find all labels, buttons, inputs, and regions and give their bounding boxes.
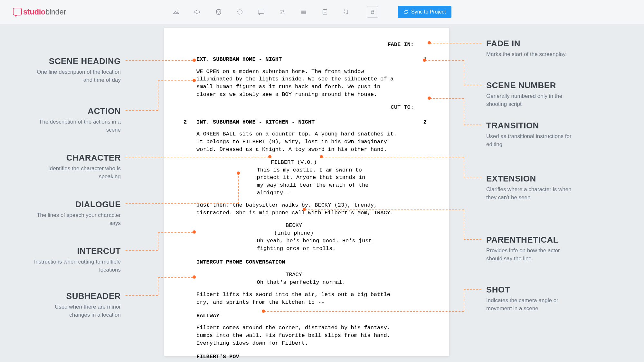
label-shot: SHOT Indicates the camera angle or movem… — [486, 285, 573, 312]
parenthetical: (into phone) — [196, 229, 430, 237]
dot — [237, 172, 240, 175]
label-parenthetical: PARENTHETICAL Provides info on how the a… — [486, 235, 573, 263]
dot — [193, 230, 196, 234]
main: FADE IN: EXT. SUBURBAN HOME - NIGHT 1 WE… — [0, 24, 644, 362]
scene-heading-1: EXT. SUBURBAN HOME - NIGHT 1 — [196, 56, 430, 63]
chat-icon[interactable] — [257, 8, 265, 16]
transition-cut-to: CUT TO: — [196, 104, 430, 111]
logo-text-2: binder — [45, 7, 66, 16]
label-scene-number: SCENE NUMBER Generally numbered only in … — [486, 80, 573, 108]
subheader-hallway: HALLWAY — [196, 312, 430, 320]
dot — [268, 155, 271, 158]
megaphone-icon[interactable] — [194, 8, 201, 16]
dialogue-2: Oh yeah, he's being good. He's just figh… — [254, 237, 373, 253]
action-5: Filbert comes around the corner, distrac… — [196, 324, 402, 347]
label-dialogue: DIALOGUE The lines of speech your charac… — [34, 200, 121, 227]
label-extension: EXTENSION Clarifies where a character is… — [486, 174, 573, 201]
label-action: ACTION The description of the actions in… — [34, 106, 121, 134]
topbar: studiobinder 12 Sync to Project — [0, 0, 644, 24]
scene-heading-2: 2 INT. SUBURBAN HOME - KITCHEN - NIGHT 2 — [196, 118, 430, 126]
action-4: Filbert lifts his sword into the air, le… — [196, 291, 402, 306]
character-tracy: TRACY — [196, 271, 430, 279]
logo[interactable]: studiobinder — [13, 7, 66, 16]
dot — [262, 310, 265, 313]
dialogue-3: Oh that's perfectly normal. — [254, 279, 373, 286]
dot — [193, 275, 196, 279]
image-icon[interactable] — [172, 8, 180, 16]
dot — [193, 59, 196, 62]
label-fade-in: FADE IN Marks the start of the screenpla… — [486, 39, 567, 59]
sort-icon[interactable]: 12 — [342, 8, 350, 16]
dot — [193, 79, 196, 82]
action-1: WE OPEN on a modern suburban home. The f… — [196, 68, 402, 98]
refresh-icon — [403, 9, 409, 14]
svg-rect-2 — [323, 10, 327, 14]
note-icon[interactable] — [321, 8, 329, 16]
dot — [428, 97, 431, 100]
label-character: CHARACTER Identifies the character who i… — [34, 153, 121, 181]
lines-icon[interactable] — [300, 8, 308, 16]
dot — [428, 41, 431, 44]
swap-icon[interactable] — [279, 8, 286, 16]
svg-point-1 — [237, 10, 242, 14]
svg-point-0 — [177, 10, 178, 11]
label-transition: TRANSITION Used as transitional instruct… — [486, 121, 573, 148]
fade-in-text: FADE IN: — [196, 41, 430, 49]
character-filbert: FILBERT (V.O.) — [196, 159, 430, 166]
dot — [320, 155, 323, 158]
dot — [423, 59, 426, 62]
subheader-pov: FILBERT'S POV — [196, 353, 430, 361]
svg-text:2: 2 — [343, 12, 345, 15]
toolbar: 12 Sync to Project — [172, 6, 452, 18]
dot — [303, 208, 306, 211]
circle-icon[interactable] — [236, 8, 244, 16]
character-becky: BECKY — [196, 222, 430, 229]
sync-label: Sync to Project — [411, 9, 446, 15]
svg-rect-5 — [371, 12, 374, 14]
mask-icon[interactable] — [215, 8, 223, 16]
sync-button[interactable]: Sync to Project — [398, 6, 452, 18]
label-intercut: INTERCUT Instructions when cutting to mu… — [34, 246, 121, 274]
lock-icon[interactable] — [367, 6, 378, 18]
logo-text-1: studio — [23, 7, 45, 16]
action-2: A GREEN BALL sits on a counter top. A yo… — [196, 130, 402, 153]
label-subheader: SUBHEADER Used when there are minor chan… — [34, 291, 121, 319]
label-scene-heading: SCENE HEADING One line description of th… — [34, 56, 121, 84]
intercut-line: INTERCUT PHONE CONVERSATION — [196, 258, 430, 266]
script-page: FADE IN: EXT. SUBURBAN HOME - NIGHT 1 WE… — [164, 28, 449, 356]
svg-text:1: 1 — [343, 9, 345, 12]
logo-icon — [13, 8, 21, 16]
dialogue-1: This is my castle. I am sworn to protect… — [254, 166, 373, 197]
